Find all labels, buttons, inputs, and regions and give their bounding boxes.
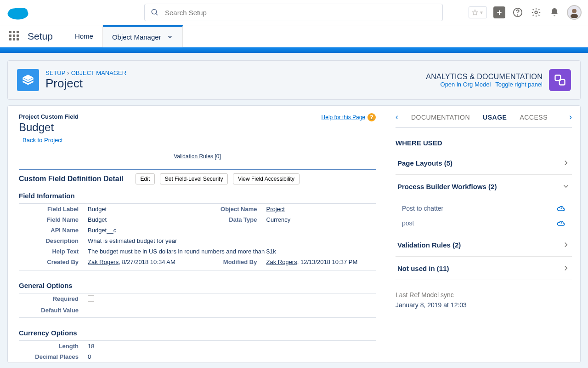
layers-icon xyxy=(22,74,34,86)
view-accessibility-button[interactable]: View Field Accessibility xyxy=(233,173,300,184)
nav-title: Setup xyxy=(28,31,53,42)
tabs-next[interactable]: › xyxy=(569,112,572,122)
acc-validation-title: Validation Rules (2) xyxy=(397,241,461,249)
topbar: ▼ + xyxy=(0,0,588,25)
tab-access[interactable]: ACCESS xyxy=(520,114,548,121)
label-api-name: API Name xyxy=(19,227,88,234)
val-data-type: Currency xyxy=(266,216,376,223)
val-default-value xyxy=(88,307,376,314)
link-icon xyxy=(554,74,566,86)
svg-point-7 xyxy=(518,15,518,15)
label-help-text: Help Text xyxy=(19,248,88,255)
acc-process-items: Post to chatter post xyxy=(396,198,572,233)
field-title: Budget xyxy=(19,121,79,134)
label-length: Length xyxy=(19,343,88,350)
svg-point-3 xyxy=(152,9,157,14)
chevron-down-icon: ▼ xyxy=(479,10,484,15)
help-icon[interactable] xyxy=(512,6,524,18)
label-description: Description xyxy=(19,237,88,244)
chevron-right-icon xyxy=(562,264,570,272)
val-description: What is estimated budget for year xyxy=(88,237,376,244)
chevron-right-icon xyxy=(562,159,570,167)
svg-point-1 xyxy=(9,8,18,15)
acc-process-builder[interactable]: Process Builder Workflows (2) xyxy=(396,175,572,198)
tab-documentation[interactable]: DOCUMENTATION xyxy=(411,114,470,121)
analytics-icon[interactable] xyxy=(549,69,571,91)
main-content: Project Custom Field Budget Back to Proj… xyxy=(7,105,581,363)
modified-by-date: , 12/13/2018 10:37 PM xyxy=(297,259,358,265)
add-button[interactable]: + xyxy=(493,6,505,18)
sync-label: Last Ref Model sync xyxy=(396,291,572,299)
astro-icon xyxy=(569,7,580,18)
breadcrumb-setup[interactable]: SETUP xyxy=(45,69,65,76)
acc-not-used[interactable]: Not used in (11) xyxy=(396,257,572,280)
fls-button[interactable]: Set Field-Level Security xyxy=(160,173,228,184)
item-label: Post to chatter xyxy=(402,205,443,212)
section-header: Custom Field Definition Detail Edit Set … xyxy=(19,169,376,188)
content-area: SETUP›OBJECT MANAGER Project ANALYTICS &… xyxy=(0,53,588,368)
usage-panel: ‹ DOCUMENTATION USAGE ACCESS › WHERE USE… xyxy=(387,106,580,362)
cloud-link-icon xyxy=(556,204,565,213)
val-decimals: 0 xyxy=(88,353,376,360)
label-object-name: Object Name xyxy=(198,206,266,213)
navbar: Setup Home Object Manager xyxy=(0,25,588,47)
tab-usage[interactable]: USAGE xyxy=(483,114,507,121)
search-container xyxy=(144,4,443,21)
acc-page-layouts[interactable]: Page Layouts (5) xyxy=(396,151,572,175)
val-object-name[interactable]: Project xyxy=(266,206,285,213)
help-badge-icon: ? xyxy=(368,113,376,121)
where-used-label: WHERE USED xyxy=(396,139,572,147)
created-by-name[interactable]: Zak Rogers xyxy=(88,259,119,265)
toggle-panel-link[interactable]: Toggle right panel xyxy=(495,81,543,88)
list-item[interactable]: Post to chatter xyxy=(396,201,572,216)
val-help-text: The budget must be in US dollars in roun… xyxy=(88,248,376,255)
star-icon xyxy=(472,9,478,16)
page-title: Project xyxy=(45,76,126,91)
edit-button[interactable]: Edit xyxy=(136,173,155,184)
label-created-by: Created By xyxy=(19,259,88,265)
nav-object-manager[interactable]: Object Manager xyxy=(103,25,183,47)
chevron-right-icon xyxy=(562,241,570,249)
search-input[interactable] xyxy=(144,4,443,21)
back-link[interactable]: Back to Project xyxy=(23,137,62,144)
app-launcher-icon[interactable] xyxy=(9,31,20,42)
list-item[interactable]: post xyxy=(396,216,572,230)
label-field-label: Field Label xyxy=(19,206,88,213)
search-icon xyxy=(151,8,159,17)
avatar[interactable] xyxy=(567,5,582,20)
open-org-model-link[interactable]: Open in Org Model xyxy=(441,81,491,88)
created-by-date: , 8/27/2018 10:34 AM xyxy=(119,259,175,265)
validation-rules-link[interactable]: Validation Rules [0] xyxy=(174,153,221,160)
blue-band xyxy=(0,47,588,53)
val-field-name: Budget xyxy=(88,216,198,223)
help-link-text: Help for this Page xyxy=(322,114,365,121)
svg-line-4 xyxy=(156,13,158,15)
breadcrumb-object-manager[interactable]: OBJECT MANAGER xyxy=(71,69,126,76)
page-header: SETUP›OBJECT MANAGER Project ANALYTICS &… xyxy=(7,60,581,100)
label-decimals: Decimal Places xyxy=(19,353,88,360)
top-actions: ▼ + xyxy=(469,5,582,20)
svg-point-9 xyxy=(572,9,577,13)
tabs-prev[interactable]: ‹ xyxy=(396,112,398,122)
svg-point-8 xyxy=(535,11,537,14)
field-info-header: Field Information xyxy=(19,188,376,204)
currency-options-header: Currency Options xyxy=(19,325,376,341)
gear-icon[interactable] xyxy=(530,6,542,18)
cloud-link-icon xyxy=(556,218,565,228)
salesforce-logo xyxy=(6,5,29,21)
label-default-value: Default Value xyxy=(19,307,88,314)
favorites-dropdown[interactable]: ▼ xyxy=(469,6,487,18)
nav-home[interactable]: Home xyxy=(66,25,103,47)
bell-icon[interactable] xyxy=(548,6,560,18)
val-api-name: Budget__c xyxy=(88,227,376,234)
item-label: post xyxy=(402,219,414,227)
modified-by-name[interactable]: Zak Rogers xyxy=(266,259,297,265)
acc-validation-rules[interactable]: Validation Rules (2) xyxy=(396,233,572,257)
label-field-name: Field Name xyxy=(19,216,88,223)
val-length: 18 xyxy=(88,343,376,350)
field-detail-panel: Project Custom Field Budget Back to Proj… xyxy=(8,106,387,362)
help-link[interactable]: Help for this Page? xyxy=(322,113,376,121)
breadcrumb: SETUP›OBJECT MANAGER xyxy=(45,69,126,76)
label-data-type: Data Type xyxy=(198,216,266,223)
svg-point-10 xyxy=(571,14,578,18)
